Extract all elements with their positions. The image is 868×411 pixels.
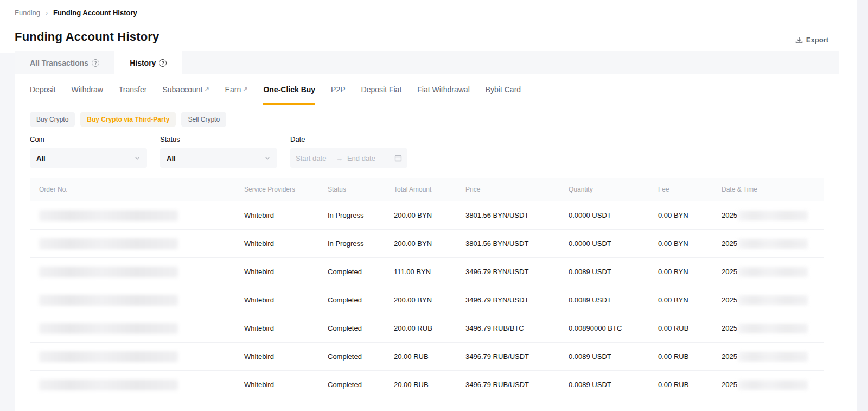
date-time-cell: 2025 bbox=[722, 267, 824, 277]
column-header: Order No. bbox=[39, 186, 244, 193]
service-provider-cell: Whitebird bbox=[244, 211, 328, 219]
column-header: Quantity bbox=[569, 186, 658, 193]
table-row: Whitebird In Progress 200.00 BYN 3801.56… bbox=[30, 230, 824, 258]
coin-select[interactable]: All bbox=[30, 148, 147, 168]
redacted-date bbox=[738, 380, 808, 390]
help-icon[interactable]: ? bbox=[92, 59, 99, 67]
fee-cell: 0.00 BYN bbox=[658, 296, 722, 304]
total-amount-cell: 20.00 RUB bbox=[394, 352, 465, 361]
export-label: Export bbox=[806, 36, 828, 44]
history-table: Order No.Service ProvidersStatusTotal Am… bbox=[30, 178, 824, 399]
end-date-placeholder[interactable]: End date bbox=[347, 154, 390, 162]
table-body: Whitebird In Progress 200.00 BYN 3801.56… bbox=[30, 201, 824, 399]
redacted-order-no bbox=[39, 267, 178, 277]
download-icon bbox=[795, 36, 803, 44]
subtab-transfer[interactable]: Transfer ↗ bbox=[119, 74, 147, 105]
status-cell: Completed bbox=[328, 352, 394, 361]
price-cell: 3496.79 BYN/USDT bbox=[465, 296, 569, 304]
fee-cell: 0.00 RUB bbox=[658, 352, 722, 361]
price-cell: 3801.56 BYN/USDT bbox=[465, 239, 569, 248]
subtab-subaccount[interactable]: Subaccount ↗ bbox=[162, 74, 209, 105]
funding-history-card: All Transactions ? History ? Deposit ↗ W… bbox=[15, 51, 839, 399]
redacted-order-no bbox=[39, 210, 178, 221]
chevron-down-icon bbox=[134, 155, 141, 161]
status-cell: Completed bbox=[328, 324, 394, 332]
fee-cell: 0.00 RUB bbox=[658, 324, 722, 332]
external-link-icon: ↗ bbox=[242, 86, 247, 93]
date-time-cell: 2025 bbox=[722, 352, 824, 362]
order-no-cell bbox=[39, 238, 244, 249]
filters: Coin All Status All Date Start date → En… bbox=[15, 127, 839, 168]
date-time-cell: 2025 bbox=[722, 239, 824, 249]
fee-cell: 0.00 RUB bbox=[658, 381, 722, 389]
subtab-fiat-withdrawal[interactable]: Fiat Withdrawal ↗ bbox=[417, 74, 469, 105]
status-select-value: All bbox=[167, 154, 176, 162]
scrollbar[interactable] bbox=[857, 0, 868, 411]
price-cell: 3801.56 BYN/USDT bbox=[465, 211, 569, 219]
export-button[interactable]: Export bbox=[795, 36, 828, 44]
fee-cell: 0.00 BYN bbox=[658, 239, 722, 248]
quantity-cell: 0.0000 USDT bbox=[569, 211, 658, 219]
coin-filter-label: Coin bbox=[30, 135, 147, 143]
pill-buy-crypto-via-third-party[interactable]: Buy Crypto via Third-Party bbox=[80, 112, 176, 127]
status-cell: Completed bbox=[328, 268, 394, 276]
breadcrumb-current: Funding Account History bbox=[53, 9, 137, 17]
total-amount-cell: 111.00 BYN bbox=[394, 268, 465, 276]
redacted-date bbox=[738, 267, 808, 277]
status-cell: Completed bbox=[328, 296, 394, 304]
service-provider-cell: Whitebird bbox=[244, 352, 328, 361]
chevron-down-icon bbox=[264, 155, 271, 161]
table-row: Whitebird Completed 20.00 RUB 3496.79 RU… bbox=[30, 371, 824, 399]
subtab-deposit-fiat[interactable]: Deposit Fiat ↗ bbox=[361, 74, 402, 105]
pill-buy-crypto[interactable]: Buy Crypto bbox=[30, 112, 75, 127]
column-header: Status bbox=[328, 186, 394, 193]
page-left-gutter bbox=[0, 53, 15, 411]
tab-all-transactions[interactable]: All Transactions ? bbox=[15, 51, 114, 74]
quantity-cell: 0.0089 USDT bbox=[569, 296, 658, 304]
subtab-earn[interactable]: Earn ↗ bbox=[225, 74, 248, 105]
redacted-order-no bbox=[39, 238, 178, 249]
subtab-withdraw[interactable]: Withdraw ↗ bbox=[71, 74, 103, 105]
total-amount-cell: 20.00 RUB bbox=[394, 381, 465, 389]
page-header: Funding › Funding Account History Fundin… bbox=[0, 0, 868, 51]
start-date-placeholder[interactable]: Start date bbox=[296, 154, 331, 162]
redacted-date bbox=[738, 295, 808, 305]
service-provider-cell: Whitebird bbox=[244, 268, 328, 276]
subtab-deposit[interactable]: Deposit ↗ bbox=[30, 74, 55, 105]
date-time-cell: 2025 bbox=[722, 295, 824, 305]
table-row: Whitebird Completed 111.00 BYN 3496.79 B… bbox=[30, 258, 824, 286]
date-time-cell: 2025 bbox=[722, 211, 824, 220]
total-amount-cell: 200.00 BYN bbox=[394, 296, 465, 304]
account-tabbar: All Transactions ? History ? bbox=[15, 51, 839, 74]
status-cell: In Progress bbox=[328, 239, 394, 248]
fee-cell: 0.00 BYN bbox=[658, 268, 722, 276]
order-no-cell bbox=[39, 380, 244, 390]
date-range-picker[interactable]: Start date → End date bbox=[290, 148, 407, 168]
redacted-date bbox=[738, 324, 808, 333]
subtab-p2p[interactable]: P2P ↗ bbox=[331, 74, 345, 105]
order-no-cell bbox=[39, 295, 244, 306]
status-cell: In Progress bbox=[328, 211, 394, 219]
pill-sell-crypto[interactable]: Sell Crypto bbox=[181, 112, 226, 127]
table-row: Whitebird In Progress 200.00 BYN 3801.56… bbox=[30, 201, 824, 230]
subtab-bybit-card[interactable]: Bybit Card ↗ bbox=[486, 74, 521, 105]
help-icon[interactable]: ? bbox=[159, 59, 167, 67]
redacted-order-no bbox=[39, 295, 178, 306]
redacted-date bbox=[738, 239, 808, 249]
service-provider-cell: Whitebird bbox=[244, 239, 328, 248]
order-no-cell bbox=[39, 267, 244, 277]
table-row: Whitebird Completed 200.00 BYN 3496.79 B… bbox=[30, 286, 824, 314]
date-time-cell: 2025 bbox=[722, 324, 824, 333]
page-title: Funding Account History bbox=[15, 30, 159, 44]
breadcrumb-funding-link[interactable]: Funding bbox=[15, 9, 40, 17]
subtab-one-click-buy[interactable]: One-Click Buy ↗ bbox=[263, 74, 315, 105]
quantity-cell: 0.0089 USDT bbox=[569, 381, 658, 389]
service-provider-cell: Whitebird bbox=[244, 324, 328, 332]
status-select[interactable]: All bbox=[160, 148, 277, 168]
status-filter-label: Status bbox=[160, 135, 277, 143]
total-amount-cell: 200.00 RUB bbox=[394, 324, 465, 332]
date-filter-label: Date bbox=[290, 135, 407, 143]
price-cell: 3496.79 BYN/USDT bbox=[465, 268, 569, 276]
tab-history[interactable]: History ? bbox=[114, 51, 182, 74]
column-header: Date & Time bbox=[722, 186, 824, 193]
